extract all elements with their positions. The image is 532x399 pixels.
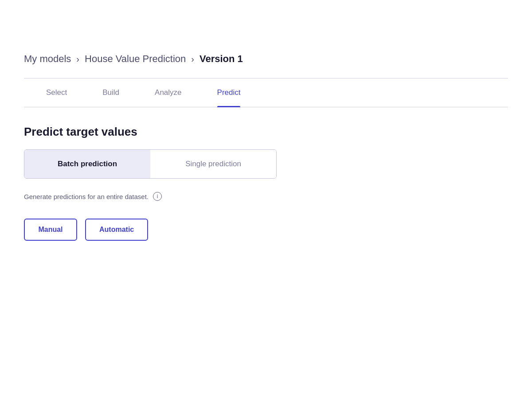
page-container: My models › House Value Prediction › Ver… [0, 0, 532, 241]
predict-title: Predict target values [24, 125, 508, 139]
breadcrumb: My models › House Value Prediction › Ver… [24, 53, 508, 65]
prediction-toggle: Batch prediction Single prediction [24, 149, 277, 179]
breadcrumb-version-1: Version 1 [200, 53, 243, 65]
manual-button[interactable]: Manual [24, 219, 77, 241]
tab-select[interactable]: Select [46, 78, 67, 107]
breadcrumb-separator-2: › [191, 54, 194, 64]
tab-nav: Select Build Analyze Predict [24, 78, 508, 107]
breadcrumb-my-models[interactable]: My models [24, 53, 71, 65]
info-icon[interactable]: i [153, 192, 162, 201]
description-text: Generate predictions for an entire datas… [24, 193, 149, 200]
action-buttons: Manual Automatic [24, 219, 508, 241]
tab-analyze[interactable]: Analyze [155, 78, 181, 107]
prediction-description: Generate predictions for an entire datas… [24, 192, 508, 201]
breadcrumb-house-value-prediction[interactable]: House Value Prediction [85, 53, 186, 65]
info-symbol: i [157, 193, 158, 200]
breadcrumb-separator-1: › [76, 54, 79, 64]
tab-build[interactable]: Build [102, 78, 119, 107]
automatic-button[interactable]: Automatic [85, 219, 148, 241]
batch-prediction-option[interactable]: Batch prediction [24, 150, 150, 178]
single-prediction-option[interactable]: Single prediction [150, 150, 276, 178]
predict-section: Predict target values Batch prediction S… [24, 125, 508, 241]
tab-predict[interactable]: Predict [217, 78, 241, 107]
